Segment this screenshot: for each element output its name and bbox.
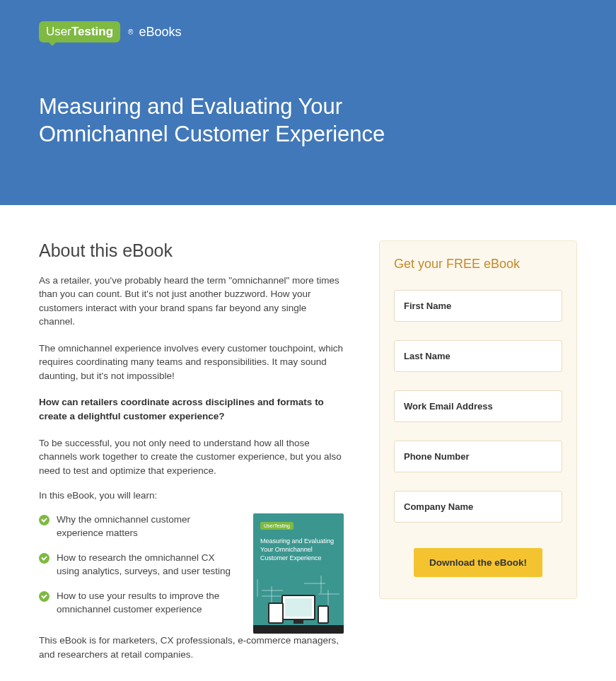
phone-field[interactable]	[394, 441, 562, 472]
logo-testing-text: Testing	[71, 25, 113, 38]
about-column: About this eBook As a retailer, you've p…	[39, 240, 344, 675]
about-heading: About this eBook	[39, 240, 344, 261]
learn-row: Why the omnichannel customer experience …	[39, 513, 344, 634]
content-section: About this eBook As a retailer, you've p…	[0, 205, 616, 682]
logo-row: UserTesting® eBooks	[39, 21, 577, 42]
hero-section: UserTesting® eBooks Measuring and Evalua…	[0, 0, 616, 205]
form-heading: Get your FREE eBook	[394, 257, 562, 272]
learn-text-2: How to research the omnichannel CX using…	[57, 552, 239, 578]
learn-intro: In this eBook, you will learn:	[39, 490, 344, 501]
check-icon	[39, 591, 50, 602]
form-panel: Get your FREE eBook Download the eBook!	[379, 240, 577, 599]
tablet-icon	[268, 603, 284, 624]
about-para-4: To be successful, you not only need to u…	[39, 436, 344, 478]
logo-user-text: User	[46, 25, 71, 38]
page-title: Measuring and Evaluating Your Omnichanne…	[39, 93, 407, 149]
about-para-1: As a retailer, you've probably heard the…	[39, 274, 344, 329]
thumb-title: Measuring and Evaluating Your Omnichanne…	[260, 537, 337, 562]
ebook-thumbnail: UserTesting Measuring and Evaluating You…	[253, 513, 344, 634]
thumb-footer-bar	[253, 625, 344, 634]
learn-text-1: Why the omnichannel customer experience …	[57, 513, 239, 540]
company-field[interactable]	[394, 491, 562, 523]
check-icon	[39, 553, 50, 564]
learn-text-3: How to use your results to improve the o…	[57, 590, 239, 617]
download-button[interactable]: Download the eBook!	[414, 548, 542, 577]
logo-subtitle: eBooks	[139, 25, 181, 40]
audience-para: This eBook is for marketers, CX professi…	[39, 634, 344, 661]
about-para-2: The omnichannel experience involves ever…	[39, 342, 344, 383]
learn-list: Why the omnichannel customer experience …	[39, 513, 239, 627]
list-item: How to research the omnichannel CX using…	[39, 552, 239, 578]
thumb-logo: UserTesting	[260, 522, 294, 530]
thumb-art	[253, 576, 344, 625]
list-item: How to use your results to improve the o…	[39, 590, 239, 617]
email-field[interactable]	[394, 390, 562, 422]
trademark-icon: ®	[128, 28, 133, 36]
monitor-icon	[281, 595, 315, 620]
phone-icon	[318, 605, 329, 624]
last-name-field[interactable]	[394, 340, 562, 372]
about-para-3: How can retailers coordinate across disc…	[39, 395, 344, 423]
list-item: Why the omnichannel customer experience …	[39, 513, 239, 540]
logo-badge: UserTesting	[39, 21, 120, 42]
check-icon	[39, 515, 50, 525]
first-name-field[interactable]	[394, 290, 562, 322]
